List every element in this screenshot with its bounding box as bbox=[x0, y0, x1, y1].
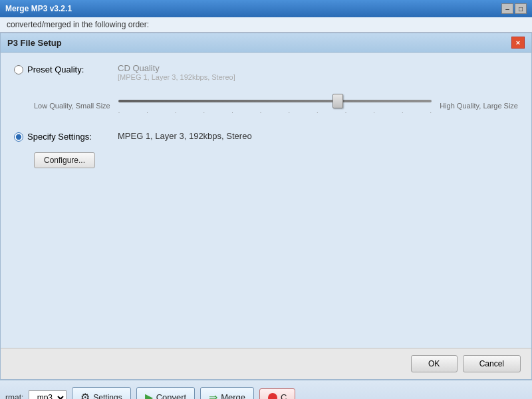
preset-quality-label[interactable]: Preset Quality: bbox=[14, 63, 107, 74]
specify-settings-value: MPEG 1, Layer 3, 192kbps, Stereo bbox=[118, 131, 252, 141]
subtitle-text: converted/merged in the following order: bbox=[7, 20, 149, 29]
slider-label-right: High Quality, Large Size bbox=[440, 102, 518, 110]
record-button[interactable]: C bbox=[259, 388, 295, 399]
format-label: rmat: bbox=[5, 393, 23, 400]
merge-label: Merge bbox=[221, 392, 245, 399]
settings-button[interactable]: ⚙ Settings bbox=[72, 387, 130, 399]
main-content: P3 File Setup × Preset Quality: CD Quali… bbox=[0, 33, 532, 380]
convert-icon: ▶ bbox=[145, 391, 153, 399]
tick-7: · bbox=[288, 109, 290, 116]
tick-12: · bbox=[430, 109, 432, 116]
convert-button[interactable]: ▶ Convert bbox=[136, 387, 196, 399]
panel-header: P3 File Setup × bbox=[1, 33, 531, 53]
quality-detail: [MPEG 1, Layer 3, 192kbps, Stereo] bbox=[118, 73, 235, 81]
preset-quality-row: Preset Quality: CD Quality [MPEG 1, Laye… bbox=[14, 63, 518, 81]
ok-button[interactable]: OK bbox=[411, 355, 458, 372]
tick-1: · bbox=[118, 109, 120, 116]
tick-2: · bbox=[146, 109, 148, 116]
tick-9: · bbox=[345, 109, 347, 116]
tick-11: · bbox=[402, 109, 404, 116]
dialog-buttons: OK Cancel bbox=[1, 348, 531, 379]
specify-settings-label-text: Specify Settings: bbox=[27, 132, 92, 142]
panel-close-button[interactable]: × bbox=[511, 37, 525, 49]
minimize-button[interactable]: – bbox=[501, 3, 513, 14]
mp3-file-setup-panel: P3 File Setup × Preset Quality: CD Quali… bbox=[0, 33, 532, 380]
toolbar: rmat: .mp3 .wav .ogg ⚙ Settings ▶ Conver… bbox=[0, 380, 532, 399]
convert-label: Convert bbox=[156, 392, 187, 399]
merge-button[interactable]: ⇒ Merge bbox=[200, 387, 254, 399]
preset-quality-radio[interactable] bbox=[14, 65, 23, 74]
specify-settings-row: Specify Settings: MPEG 1, Layer 3, 192kb… bbox=[14, 130, 518, 142]
configure-button[interactable]: Configure... bbox=[34, 152, 95, 168]
tick-5: · bbox=[231, 109, 233, 116]
panel-title: P3 File Setup bbox=[7, 38, 62, 48]
tick-6: · bbox=[260, 109, 262, 116]
configure-row: Configure... bbox=[14, 152, 518, 168]
quality-slider-section: Low Quality, Small Size · · · · · · bbox=[14, 92, 518, 120]
merge-icon: ⇒ bbox=[209, 391, 217, 399]
format-select[interactable]: .mp3 .wav .ogg bbox=[29, 390, 66, 400]
slider-label-left: Low Quality, Small Size bbox=[34, 102, 110, 110]
tick-8: · bbox=[317, 109, 319, 116]
record-icon bbox=[268, 393, 277, 400]
slider-track[interactable] bbox=[118, 94, 432, 108]
cancel-button[interactable]: Cancel bbox=[463, 355, 521, 372]
preset-quality-label-text: Preset Quality: bbox=[27, 65, 84, 74]
record-label: C bbox=[281, 392, 287, 399]
subtitle-bar: converted/merged in the following order: bbox=[0, 17, 532, 33]
title-bar-controls: – □ bbox=[501, 3, 527, 14]
slider-ticks: · · · · · · · · · · · · bbox=[118, 108, 432, 117]
title-bar: Merge MP3 v3.2.1 – □ bbox=[0, 0, 532, 17]
specify-settings-label[interactable]: Specify Settings: bbox=[14, 130, 107, 142]
slider-container: · · · · · · · · · · · · bbox=[118, 94, 432, 117]
tick-3: · bbox=[175, 109, 177, 116]
panel-body: Preset Quality: CD Quality [MPEG 1, Laye… bbox=[1, 53, 531, 348]
quality-title: CD Quality bbox=[118, 63, 235, 73]
settings-label: Settings bbox=[93, 393, 122, 400]
close-button[interactable]: □ bbox=[515, 3, 527, 14]
tick-10: · bbox=[373, 109, 375, 116]
tick-4: · bbox=[203, 109, 205, 116]
specify-settings-radio[interactable] bbox=[14, 132, 23, 142]
slider-line bbox=[118, 100, 432, 102]
app-title: Merge MP3 v3.2.1 bbox=[5, 4, 72, 13]
gear-icon: ⚙ bbox=[80, 391, 90, 399]
preset-quality-text: CD Quality [MPEG 1, Layer 3, 192kbps, St… bbox=[118, 63, 235, 81]
slider-thumb[interactable] bbox=[332, 94, 343, 108]
